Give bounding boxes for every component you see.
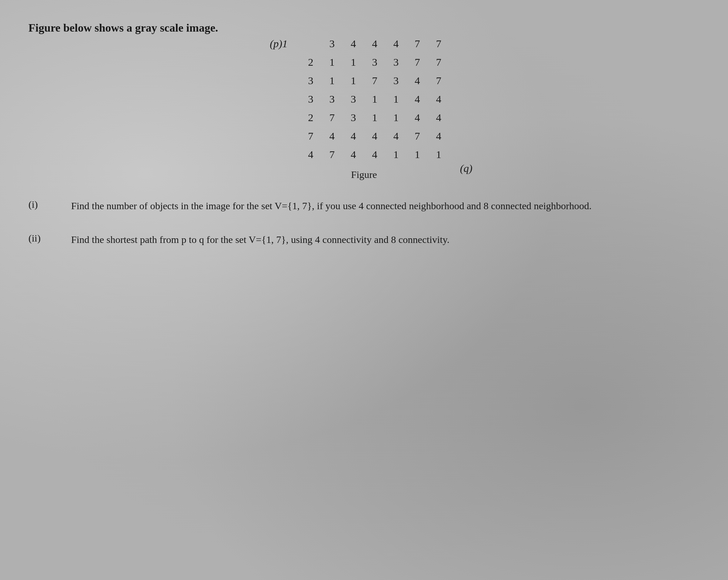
figure-container: (p)1 3 4 4 4 7 7 2 1 1 3 3 7 xyxy=(28,34,700,180)
question-1: (i) Find the number of objects in the im… xyxy=(28,198,700,214)
matrix-cell-r0c0: (p)1 xyxy=(300,34,321,53)
matrix-cell-r0c3: 4 xyxy=(364,34,385,53)
matrix-cell-r1c2: 1 xyxy=(343,53,364,71)
matrix-cell-r0c1: 3 xyxy=(321,34,343,53)
matrix-cell-r4c0: 2 xyxy=(300,108,321,127)
matrix-cell-r0c5: 7 xyxy=(407,34,428,53)
matrix-cell-r2c2: 1 xyxy=(343,71,364,90)
matrix-cell-r4c5: 4 xyxy=(407,108,428,127)
matrix-cell-r4c6: 4 xyxy=(428,108,449,127)
matrix-cell-r5c1: 4 xyxy=(321,127,343,145)
question-1-number: (i) xyxy=(28,198,57,210)
image-matrix: (p)1 3 4 4 4 7 7 2 1 1 3 3 7 xyxy=(300,34,449,164)
matrix-cell-r3c1: 3 xyxy=(321,90,343,108)
matrix-cell-r6c4: 1 xyxy=(385,145,407,164)
matrix-cell-r6c5: 1 xyxy=(407,145,428,164)
matrix-cell-r0c4: 4 xyxy=(385,34,407,53)
matrix-cell-r6c0: 4 xyxy=(300,145,321,164)
matrix-cell-r4c3: 1 xyxy=(364,108,385,127)
matrix-cell-r1c6: 7 xyxy=(428,53,449,71)
matrix-cell-r3c5: 4 xyxy=(407,90,428,108)
figure-caption: Figure xyxy=(351,169,377,180)
page-content: Figure below shows a gray scale image. (… xyxy=(28,21,700,248)
matrix-cell-r2c4: 3 xyxy=(385,71,407,90)
matrix-cell-r2c6: 7 xyxy=(428,71,449,90)
matrix-cell-r1c0: 2 xyxy=(300,53,321,71)
matrix-cell-r2c3: 7 xyxy=(364,71,385,90)
matrix-cell-r4c1: 7 xyxy=(321,108,343,127)
matrix-cell-r3c0: 3 xyxy=(300,90,321,108)
matrix-cell-r3c3: 1 xyxy=(364,90,385,108)
matrix-cell-r5c6: 4 xyxy=(428,127,449,145)
question-1-text: Find the number of objects in the image … xyxy=(71,198,700,214)
matrix-cell-r0c6: 7 xyxy=(428,34,449,53)
matrix-cell-r2c5: 4 xyxy=(407,71,428,90)
matrix-cell-r5c0: 7 xyxy=(300,127,321,145)
matrix-cell-r3c4: 1 xyxy=(385,90,407,108)
matrix-cell-r3c6: 4 xyxy=(428,90,449,108)
matrix-cell-r6c6: 1 (q) xyxy=(428,145,449,164)
matrix-cell-r1c3: 3 xyxy=(364,53,385,71)
matrix-cell-r0c2: 4 xyxy=(343,34,364,53)
question-2-number: (ii) xyxy=(28,232,57,244)
question-2: (ii) Find the shortest path from p to q … xyxy=(28,232,700,248)
matrix-cell-r4c4: 1 xyxy=(385,108,407,127)
matrix-with-labels: (p)1 3 4 4 4 7 7 2 1 1 3 3 7 xyxy=(272,34,456,164)
matrix-cell-r5c2: 4 xyxy=(343,127,364,145)
matrix-cell-r4c2: 3 xyxy=(343,108,364,127)
question-2-text: Find the shortest path from p to q for t… xyxy=(71,232,700,248)
matrix-cell-r2c1: 1 xyxy=(321,71,343,90)
matrix-cell-r1c5: 7 xyxy=(407,53,428,71)
matrix-cell-r5c5: 7 xyxy=(407,127,428,145)
matrix-cell-r3c2: 3 xyxy=(343,90,364,108)
questions-section: (i) Find the number of objects in the im… xyxy=(28,198,700,248)
matrix-cell-r6c3: 4 xyxy=(364,145,385,164)
matrix-cell-r6c1: 7 xyxy=(321,145,343,164)
matrix-cell-r6c2: 4 xyxy=(343,145,364,164)
page-title: Figure below shows a gray scale image. xyxy=(28,21,700,34)
matrix-outer: (p)1 3 4 4 4 7 7 2 1 1 3 3 7 xyxy=(272,34,456,164)
matrix-cell-r1c1: 1 xyxy=(321,53,343,71)
matrix-cell-r5c4: 4 xyxy=(385,127,407,145)
matrix-cell-r1c4: 3 xyxy=(385,53,407,71)
matrix-cell-r5c3: 4 xyxy=(364,127,385,145)
matrix-cell-r2c0: 3 xyxy=(300,71,321,90)
